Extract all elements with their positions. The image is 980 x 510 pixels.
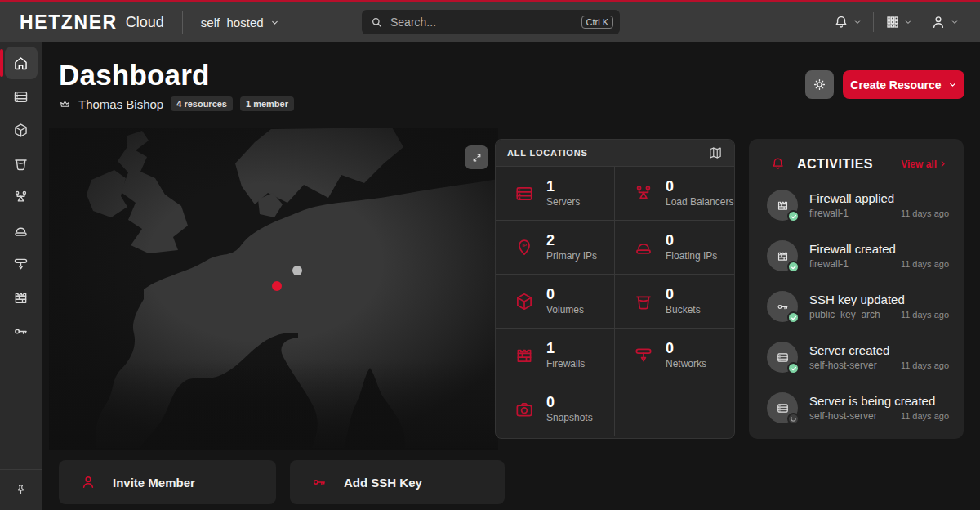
project-name: self_hosted: [201, 16, 264, 29]
page-title: Dashboard: [59, 59, 210, 92]
gear-icon: [813, 78, 826, 92]
map-expand-button[interactable]: [465, 145, 488, 169]
apps-menu[interactable]: [884, 11, 914, 33]
success-check-icon: [787, 362, 800, 374]
sidebar-item-networks[interactable]: [5, 248, 38, 280]
activity-avatar: [767, 342, 798, 373]
sidebar-item-buckets[interactable]: [5, 147, 38, 180]
project-selector[interactable]: self_hosted: [201, 16, 279, 29]
activity-avatar: [767, 190, 798, 221]
activity-time: 11 days ago: [901, 259, 949, 269]
firewall-icon: [776, 249, 790, 263]
map-location-dot-active[interactable]: [272, 281, 282, 291]
invite-member-button[interactable]: Invite Member: [59, 460, 276, 504]
activity-time: 11 days ago: [901, 310, 949, 320]
stat-value: 1: [546, 179, 580, 195]
topbar-divider: [873, 12, 874, 32]
stat-networks[interactable]: 0Networks: [615, 328, 734, 382]
user-menu[interactable]: [929, 11, 960, 34]
stat-snapshots[interactable]: 0Snapshots: [496, 382, 615, 436]
all-locations-label: ALL LOCATIONS: [507, 148, 588, 158]
sidebar-item-floating-ips[interactable]: [5, 214, 38, 247]
stat-floating-ips[interactable]: 0Floating IPs: [615, 220, 734, 274]
create-resource-button[interactable]: Create Resource: [843, 70, 964, 99]
map-icon[interactable]: [708, 145, 723, 160]
notifications-menu[interactable]: [831, 11, 863, 34]
logo-text: HETZNER: [20, 11, 118, 34]
invite-member-label: Invite Member: [113, 476, 195, 490]
sidebar-item-load-balancers[interactable]: [5, 181, 38, 213]
svg-text:IP: IP: [522, 243, 527, 248]
chevron-down-icon: [904, 18, 912, 26]
settings-button[interactable]: [805, 70, 834, 99]
brand-logo[interactable]: HETZNER Cloud: [20, 11, 164, 34]
topbar-divider: [182, 11, 183, 34]
bucket-icon: [633, 291, 654, 312]
search-input[interactable]: [390, 16, 574, 29]
sidebar-item-ssh-keys[interactable]: [5, 315, 38, 347]
stat-value: 2: [546, 233, 597, 248]
sidebar-item-dashboard[interactable]: [5, 47, 38, 79]
person-icon: [80, 474, 96, 490]
stat-label: Servers: [546, 196, 580, 208]
activities-title: ACTIVITIES: [797, 157, 873, 172]
keyboard-shortcut-chip: Ctrl K: [581, 16, 614, 29]
cube-icon: [12, 122, 29, 139]
firewall-icon: [12, 289, 29, 306]
view-all-link[interactable]: View all: [901, 159, 947, 170]
server-icon: [776, 351, 790, 365]
activity-subtitle: firewall-1: [809, 258, 849, 270]
load-balancer-icon: [633, 183, 654, 204]
expand-icon: [471, 152, 483, 163]
sidebar: [0, 42, 42, 510]
activities-list: Firewall applied firewall-1 11 days ago …: [749, 178, 964, 433]
stats-grid: 1Servers 0Load Balancers IP 2Primary IPs…: [496, 166, 734, 436]
sidebar-item-servers[interactable]: [5, 80, 38, 113]
activity-subtitle: firewall-1: [809, 208, 849, 219]
sidebar-pin-button[interactable]: [0, 469, 42, 510]
network-icon: [12, 256, 29, 273]
sidebar-item-volumes[interactable]: [5, 114, 38, 146]
stat-label: Snapshots: [546, 412, 593, 423]
owner-name: Thomas Bishop: [78, 97, 163, 111]
activity-time: 11 days ago: [901, 360, 949, 370]
project-owner-row: Thomas Bishop 4 resources 1 member: [59, 96, 294, 111]
activity-title: Firewall applied: [809, 191, 949, 205]
chevron-down-icon: [948, 80, 957, 89]
key-icon: [12, 323, 29, 340]
key-icon: [776, 300, 790, 314]
top-accent-bar: [0, 0, 980, 2]
chevron-down-icon: [270, 18, 279, 27]
camera-icon: [514, 399, 535, 420]
success-check-icon: [787, 311, 800, 324]
network-icon: [633, 345, 654, 366]
stat-value: 0: [546, 287, 584, 302]
firewall-icon: [514, 345, 535, 366]
stat-firewalls[interactable]: 1Firewalls: [496, 328, 615, 382]
stat-label: Volumes: [546, 304, 584, 315]
stat-load-balancers[interactable]: 0Load Balancers: [615, 166, 734, 220]
activity-avatar: [767, 392, 798, 423]
activity-item[interactable]: Server created self-host-server 11 days …: [767, 332, 949, 382]
sidebar-item-firewalls[interactable]: [5, 281, 38, 314]
stat-servers[interactable]: 1Servers: [496, 166, 615, 220]
bell-icon: [833, 14, 849, 30]
activities-panel: ACTIVITIES View all Firewall applied fir…: [749, 139, 964, 439]
stat-volumes[interactable]: 0Volumes: [496, 274, 615, 328]
stat-buckets[interactable]: 0Buckets: [615, 274, 734, 328]
activity-title: SSH key updated: [809, 293, 949, 306]
map-location-dot-inactive[interactable]: [292, 266, 302, 275]
search-icon: [370, 16, 383, 29]
activity-item[interactable]: Firewall created firewall-1 11 days ago: [767, 230, 949, 281]
stat-label: Primary IPs: [546, 250, 597, 262]
stat-primary-ips[interactable]: IP 2Primary IPs: [496, 220, 615, 274]
search-bar[interactable]: Ctrl K: [362, 10, 620, 34]
activity-item[interactable]: Server is being created self-host-server…: [767, 382, 949, 433]
chevron-down-icon: [951, 18, 959, 26]
home-icon: [12, 55, 29, 72]
stat-label: Floating IPs: [666, 250, 717, 262]
activity-item[interactable]: Firewall applied firewall-1 11 days ago: [767, 180, 949, 230]
add-ssh-key-button[interactable]: Add SSH Key: [290, 460, 505, 504]
crown-icon: [59, 98, 71, 110]
activity-item[interactable]: SSH key updated public_key_arch 11 days …: [767, 281, 949, 332]
